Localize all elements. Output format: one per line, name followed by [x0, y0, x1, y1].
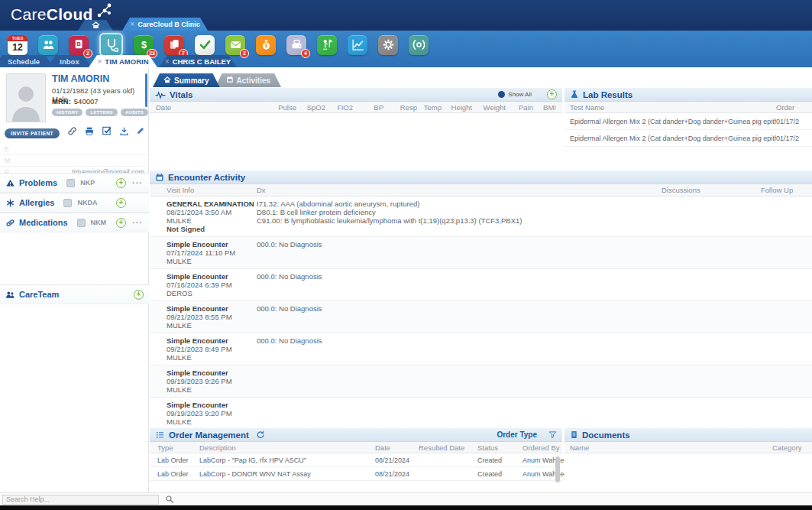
encounter-title: Simple Encounter [167, 336, 257, 345]
order-management-panel: Order Management Order Type TypeDescript… [150, 427, 562, 492]
encounter-row[interactable]: Simple Encounter09/21/2023 8:55 PMMULKE0… [150, 301, 812, 333]
close-tab-icon[interactable]: × [165, 57, 170, 66]
close-clinic-tab-icon[interactable]: × [130, 20, 134, 28]
sidebar-scrollbar[interactable] [145, 73, 147, 107]
medications-checkbox[interactable] [77, 219, 86, 227]
fax-icon[interactable]: 4 [286, 35, 306, 55]
add-medications-button[interactable]: + [116, 218, 126, 228]
record-badge-letters[interactable]: LETTERS [86, 109, 117, 116]
forms-checkbox-icon[interactable] [102, 125, 112, 136]
patients-icon[interactable] [38, 35, 58, 55]
print-icon[interactable] [84, 126, 95, 136]
sidebar-section-problems[interactable]: ProblemsNKP+··· [0, 173, 149, 193]
patient-sidebar: TIM AMORIN 01/12/1982 (43 years old) Mal… [0, 67, 149, 492]
order-col-date: Date [375, 443, 415, 452]
enc-col-visit-info: Visit Info [167, 186, 257, 194]
tab-chris-c-bailey[interactable]: ×CHRIS C BAILEY [159, 55, 237, 67]
encounter-provider: MULKE [167, 257, 257, 265]
dx-line: 000.0: No Diagnosis [257, 240, 662, 249]
lab-column-headers: Test Name Order [565, 102, 812, 113]
encounter-row[interactable]: Simple Encounter07/16/2024 6:39 PMDEROS0… [150, 269, 812, 301]
show-all-toggle[interactable]: Show All [496, 89, 537, 99]
download-icon[interactable] [119, 126, 129, 136]
vitals-col-weight: Weight [472, 103, 506, 112]
encounter-dx [257, 369, 662, 394]
calendar-icon[interactable]: TUES12 [8, 35, 27, 55]
edit-pencil-icon[interactable] [136, 126, 145, 135]
settings-gear-icon[interactable] [378, 35, 398, 55]
encounter-status: Not Signed [167, 225, 257, 233]
add-vital-button[interactable]: + [547, 89, 557, 99]
link-icon[interactable] [67, 126, 77, 136]
svg-text:$: $ [141, 40, 146, 50]
medications-more-icon[interactable]: ··· [131, 218, 144, 227]
encounter-row[interactable]: Simple Encounter09/19/2023 9:26 PMMULKE [150, 365, 812, 398]
lab-result-row[interactable]: Epidermal Allergen Mix 2 (Cat dander+Dog… [565, 113, 812, 130]
encounter-row[interactable]: GENERAL EXAMINATION08/21/2024 3:50 AMMUL… [150, 197, 812, 237]
collections-moneybag-icon[interactable]: $ [256, 35, 276, 55]
problems-more-icon[interactable]: ··· [131, 178, 144, 187]
tab-summary[interactable]: Summary [153, 73, 220, 87]
contact-row-label: E [5, 145, 9, 153]
search-help-input[interactable] [2, 495, 159, 505]
record-badge-audits[interactable]: AUDITS [121, 109, 148, 116]
lab-flask-icon [570, 89, 579, 99]
refresh-icon[interactable] [255, 430, 265, 440]
record-badge-history[interactable]: HISTORY [52, 109, 82, 116]
tasks-check-icon[interactable] [195, 35, 215, 55]
problems-checkbox[interactable] [66, 179, 75, 187]
invite-patient-button[interactable]: INVITE PATIENT [5, 128, 60, 138]
order-col-description: Description [199, 443, 371, 452]
allergies-checkbox[interactable] [63, 199, 72, 207]
add-problems-button[interactable]: + [116, 178, 126, 188]
encounter-discussions [662, 401, 761, 425]
encounter-visit-info: Simple Encounter07/16/2024 6:39 PMDEROS [167, 272, 257, 297]
stethoscope-icon[interactable] [99, 33, 123, 57]
order-col-ordered-by: Ordered By [522, 443, 562, 452]
careteam-row[interactable]: CareTeam + [0, 284, 149, 304]
order-rows: Lab OrderLabCorp - "Pap IG, rfx HPV ASCU… [150, 453, 562, 481]
orders-scrollbar[interactable] [555, 456, 560, 482]
toggle-knob [498, 91, 505, 98]
tab-label: Schedule [8, 57, 40, 66]
encounter-row[interactable]: Simple Encounter07/17/2024 11:10 PMMULKE… [150, 237, 812, 269]
dx-line: C91.00: B lymphoblastic leukemia/lymphom… [257, 216, 662, 225]
referrals-person-flag-icon[interactable] [317, 35, 337, 55]
clinic-tab[interactable]: × CareCloud B Clinic [122, 18, 208, 31]
dx-line: 000.0: No Diagnosis [257, 304, 662, 313]
add-allergies-button[interactable]: + [116, 198, 126, 208]
documents-empty-body [565, 453, 812, 492]
encounter-provider: MULKE [167, 321, 257, 330]
encounter-provider: DEROS [167, 289, 257, 297]
tab-schedule[interactable]: Schedule [0, 55, 53, 67]
search-icon[interactable] [165, 495, 174, 504]
encounter-discussions [662, 240, 761, 265]
sidebar-section-medications[interactable]: MedicationsNKM+··· [0, 213, 149, 232]
close-tab-icon[interactable]: × [97, 57, 102, 66]
vitals-col-pulse: Pulse [266, 103, 296, 112]
activities-tab-icon [226, 76, 234, 85]
documents-red-icon[interactable]: 7 [164, 35, 184, 55]
order-col-status: Status [477, 443, 519, 452]
tab-activities[interactable]: Activities [215, 73, 281, 87]
mrn-value: 540007 [74, 97, 99, 106]
lab-result-row[interactable]: Epidermal Allergen Mix 2 (Cat dander+Dog… [565, 130, 812, 147]
sidebar-section-allergies[interactable]: AllergiesNKDA+ [0, 193, 149, 213]
tab-tim-amorin[interactable]: ×TIM AMORIN [89, 55, 157, 67]
order-type-filter-label[interactable]: Order Type [497, 430, 537, 439]
add-careteam-button[interactable]: + [134, 290, 144, 300]
tab-inbox[interactable]: Inbox [47, 55, 92, 67]
app-toolbar: TUES12B2$2372$4 ScheduleInbox×TIM AMORIN… [0, 31, 812, 67]
problems-label: Problems [19, 178, 57, 187]
encounter-follow-up [761, 369, 812, 394]
filter-funnel-icon[interactable] [548, 430, 557, 439]
order-row[interactable]: Lab OrderLabCorp - DONOR WNV NAT Assay08… [150, 467, 562, 481]
encounter-row[interactable]: Simple Encounter09/19/2023 9:20 PMMULKE [150, 398, 812, 425]
admin-settings-icon[interactable] [409, 35, 429, 55]
messages-icon[interactable]: 2 [225, 35, 245, 55]
order-row[interactable]: Lab OrderLabCorp - "Pap IG, rfx HPV ASCU… [150, 453, 562, 467]
encounter-row[interactable]: Simple Encounter09/21/2023 8:49 PMMULKE0… [150, 333, 812, 365]
billing-b-icon[interactable]: B2 [69, 35, 89, 55]
analytics-chart-icon[interactable] [348, 35, 367, 55]
payments-dollar-icon[interactable]: $23 [134, 35, 154, 55]
